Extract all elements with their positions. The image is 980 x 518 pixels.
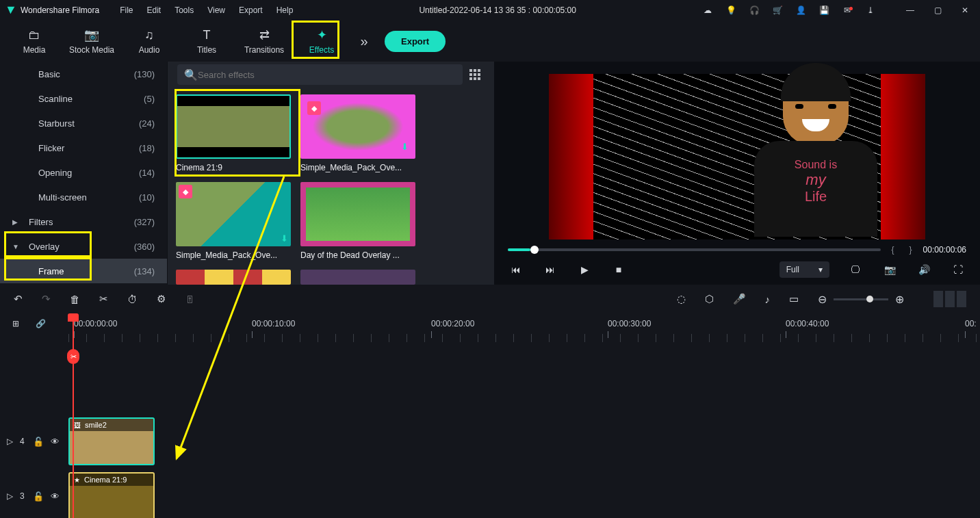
message-icon[interactable]: ✉ bbox=[842, 5, 853, 16]
tab-audio[interactable]: ♫Audio bbox=[120, 22, 178, 60]
zoom-out-icon[interactable]: ⊖ bbox=[818, 293, 827, 306]
stop-icon[interactable]: ■ bbox=[610, 264, 627, 275]
preview-scrubber[interactable] bbox=[508, 248, 881, 251]
tab-transitions[interactable]: ⇄Transitions bbox=[235, 22, 293, 60]
prev-frame-icon[interactable]: ⏮ bbox=[508, 264, 524, 275]
timeline-view-modes[interactable] bbox=[931, 291, 966, 307]
sidebar-item-basic[interactable]: Basic(130) bbox=[0, 62, 167, 86]
in-point-brace[interactable]: { bbox=[892, 245, 894, 255]
sidebar-item-starburst[interactable]: Starburst(24) bbox=[0, 111, 167, 135]
menu-file[interactable]: File bbox=[120, 5, 133, 15]
music-note-icon: ♫ bbox=[144, 28, 154, 42]
frame-right bbox=[881, 74, 925, 239]
effect-card[interactable]: ◆⬇Simple_Media_Pack_Ove... bbox=[176, 182, 291, 260]
timeline-clip-video[interactable]: 🖼smile2 bbox=[68, 417, 155, 465]
keyframe-icon[interactable]: ▭ bbox=[789, 293, 799, 305]
render-icon[interactable]: ◌ bbox=[677, 293, 686, 305]
add-media-icon[interactable]: ⊞ bbox=[12, 319, 19, 328]
more-tabs-icon[interactable]: » bbox=[350, 34, 378, 49]
cart-icon[interactable]: 🛒 bbox=[772, 5, 783, 16]
search-input[interactable] bbox=[198, 70, 456, 80]
download-icon[interactable]: ⤓ bbox=[865, 5, 876, 16]
zoom-control[interactable]: ⊖ ⊕ bbox=[818, 293, 904, 306]
category-sidebar: Basic(130)Scanline(5)Starburst(24)Flicke… bbox=[0, 62, 168, 285]
download-icon: ⬇ bbox=[401, 142, 409, 152]
tab-media[interactable]: 🗀Media bbox=[5, 22, 63, 60]
camera-icon: 📷 bbox=[84, 27, 99, 42]
premium-icon: ◆ bbox=[307, 101, 321, 115]
track-header-4[interactable]: ▷4 🔓 👁 bbox=[0, 417, 66, 465]
close-button[interactable]: ✕ bbox=[955, 3, 975, 17]
timeline[interactable]: ⊞ 🔗 00:00:00:0000:00:10:0000:00:20:0000:… bbox=[0, 313, 980, 518]
tab-titles[interactable]: TTitles bbox=[178, 22, 235, 60]
user-icon[interactable]: 👤 bbox=[795, 5, 806, 16]
zoom-in-icon[interactable]: ⊕ bbox=[895, 293, 904, 306]
minimize-button[interactable]: ― bbox=[901, 3, 920, 17]
effects-cards: Cinema 21:9◆⬇Simple_Media_Pack_Ove...◆⬇S… bbox=[168, 88, 494, 285]
speed-icon[interactable]: ⏱ bbox=[127, 294, 138, 305]
image-icon: 🖼 bbox=[74, 422, 81, 429]
adjust-icon[interactable]: ⚙ bbox=[157, 293, 166, 305]
effects-icon: ✦ bbox=[317, 27, 327, 42]
voice-icon[interactable]: 🎚 bbox=[185, 294, 195, 305]
audio-mix-icon[interactable]: ♪ bbox=[765, 294, 771, 305]
snapshot-icon[interactable]: 📷 bbox=[881, 264, 898, 275]
grid-view-icon[interactable] bbox=[469, 69, 485, 80]
delete-icon[interactable]: 🗑 bbox=[70, 294, 80, 305]
effect-card[interactable]: ◆⬇Simple_Media_Pack_Ove... bbox=[300, 94, 415, 172]
screen-icon[interactable]: 🖵 bbox=[847, 264, 864, 275]
premium-icon: ◆ bbox=[179, 185, 192, 198]
voiceover-icon[interactable]: 🎤 bbox=[733, 293, 746, 305]
app-logo-icon bbox=[5, 5, 16, 16]
volume-icon[interactable]: 🔊 bbox=[916, 264, 932, 275]
redo-icon[interactable]: ↷ bbox=[42, 293, 51, 305]
menu-help[interactable]: Help bbox=[276, 5, 294, 15]
sidebar-item-frame[interactable]: Frame(134) bbox=[0, 259, 167, 283]
sidebar-item-scanline[interactable]: Scanline(5) bbox=[0, 86, 167, 111]
resolution-select[interactable]: Full▾ bbox=[779, 261, 829, 278]
effect-card[interactable]: Cinema 21:9 bbox=[176, 94, 291, 172]
menu-tools[interactable]: Tools bbox=[175, 5, 194, 15]
primary-toolbar: 🗀Media 📷Stock Media ♫Audio TTitles ⇄Tran… bbox=[0, 21, 980, 62]
save-icon[interactable]: 💾 bbox=[818, 5, 829, 16]
undo-icon[interactable]: ↶ bbox=[14, 293, 23, 305]
play-icon[interactable]: ▶ bbox=[576, 264, 593, 275]
time-mark: 00:00:30:00 bbox=[608, 319, 651, 328]
menu-export[interactable]: Export bbox=[239, 5, 263, 15]
effects-grid-panel: 🔍 Cinema 21:9◆⬇Simple_Media_Pack_Ove...◆… bbox=[168, 62, 494, 285]
search-field[interactable]: 🔍 bbox=[177, 64, 463, 85]
cloud-icon[interactable]: ☁ bbox=[702, 5, 713, 16]
cut-icon[interactable]: ✂ bbox=[99, 293, 108, 305]
sidebar-item-multi-screen[interactable]: Multi-screen(10) bbox=[0, 185, 167, 209]
next-frame-icon[interactable]: ⏭ bbox=[542, 264, 558, 275]
menu-edit[interactable]: Edit bbox=[147, 5, 162, 15]
track-header-3[interactable]: ▷3 🔓 👁 bbox=[0, 472, 66, 518]
lock-icon[interactable]: 🔓 bbox=[33, 437, 44, 447]
timeline-toolbar: ↶ ↷ 🗑 ✂ ⏱ ⚙ 🎚 ◌ ⬡ 🎤 ♪ ▭ ⊖ ⊕ bbox=[0, 285, 980, 313]
time-ruler[interactable]: ⊞ 🔗 00:00:00:0000:00:10:0000:00:20:0000:… bbox=[0, 313, 980, 345]
link-icon[interactable]: 🔗 bbox=[36, 319, 46, 328]
marker-add-icon[interactable]: ⬡ bbox=[705, 293, 714, 305]
headset-icon[interactable]: 🎧 bbox=[749, 5, 760, 16]
sidebar-item-overlay[interactable]: ▼Overlay(360) bbox=[0, 234, 167, 259]
time-mark: 00:00:00:00 bbox=[74, 319, 117, 328]
fullscreen-icon[interactable]: ⛶ bbox=[950, 264, 966, 275]
lock-icon[interactable]: 🔓 bbox=[33, 491, 44, 502]
tab-effects[interactable]: ✦Effects bbox=[293, 22, 350, 60]
effect-card[interactable]: Day of the Dead Overlay ... bbox=[300, 182, 415, 260]
menu-view[interactable]: View bbox=[207, 5, 225, 15]
maximize-button[interactable]: ▢ bbox=[928, 3, 947, 17]
timeline-clip-effect[interactable]: ★Cinema 21:9 bbox=[68, 472, 155, 518]
tab-stock-media[interactable]: 📷Stock Media bbox=[63, 22, 120, 60]
export-button[interactable]: Export bbox=[385, 31, 446, 52]
lightbulb-icon[interactable]: 💡 bbox=[725, 5, 736, 16]
split-handle-icon[interactable]: ✂ bbox=[67, 349, 79, 364]
zoom-slider[interactable] bbox=[834, 298, 888, 300]
playhead[interactable]: ✂ bbox=[73, 313, 74, 518]
sidebar-item-flicker[interactable]: Flicker(18) bbox=[0, 135, 167, 160]
sidebar-item-opening[interactable]: Opening(14) bbox=[0, 160, 167, 185]
visibility-icon[interactable]: 👁 bbox=[51, 491, 60, 502]
sidebar-item-filters[interactable]: ▶Filters(327) bbox=[0, 209, 167, 234]
visibility-icon[interactable]: 👁 bbox=[51, 437, 60, 447]
out-point-brace[interactable]: } bbox=[910, 245, 912, 255]
